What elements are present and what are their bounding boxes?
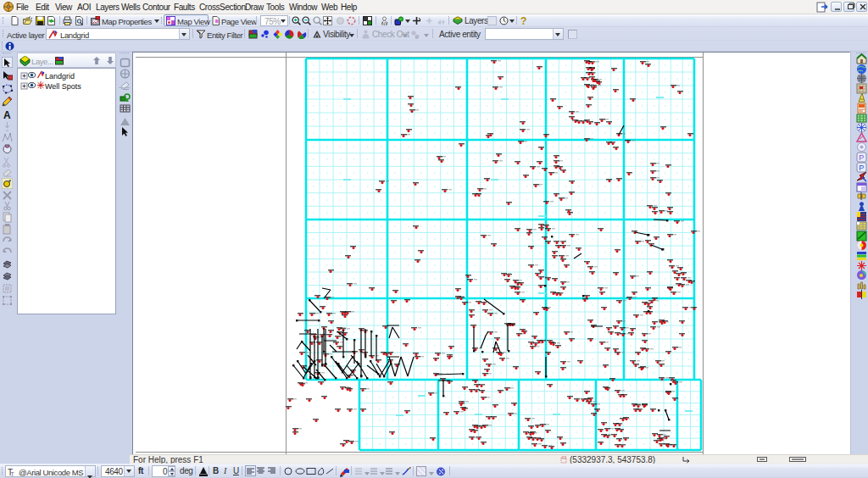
svg-text:A: A: [3, 109, 11, 120]
svg-text:NV: NV: [382, 21, 389, 26]
svg-text:P: P: [859, 153, 864, 162]
svg-text:T: T: [11, 471, 15, 477]
